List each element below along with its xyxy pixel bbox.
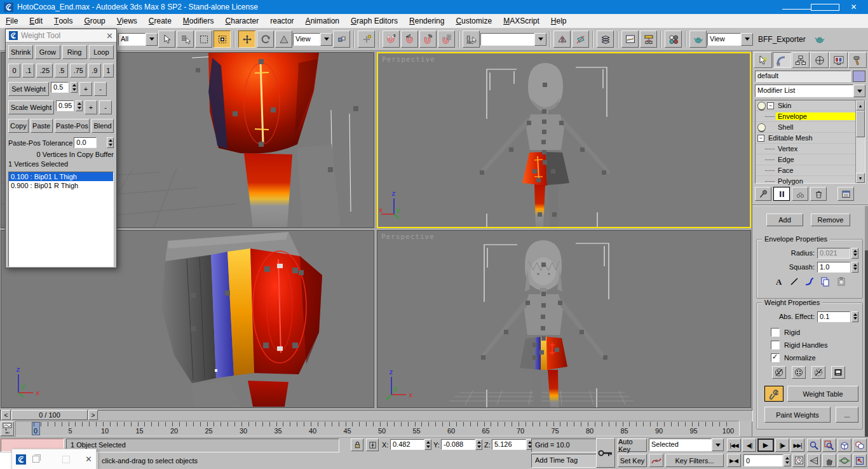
menu-item-rendering[interactable]: Rendering <box>403 14 450 28</box>
key-mode-dropdown[interactable]: Selected <box>649 438 724 451</box>
visibility-bulb-icon[interactable] <box>757 102 766 110</box>
z-coordinate-field[interactable]: 5.126 <box>492 439 526 450</box>
exclude-selected-verts-button[interactable] <box>772 366 786 379</box>
copy-button[interactable]: Copy <box>8 119 29 133</box>
scroll-up-icon[interactable]: ▲ <box>856 100 865 111</box>
modifier-stack-item-edge[interactable]: Edge <box>756 154 855 165</box>
radius-field[interactable]: 0.021 <box>817 248 850 259</box>
scroll-down-icon[interactable]: ▼ <box>856 173 865 183</box>
modifier-list-dropdown[interactable]: Modifier List <box>755 85 865 97</box>
use-pivot-center-button[interactable] <box>333 31 350 48</box>
rigid-handles-checkbox[interactable] <box>771 341 780 350</box>
next-frame-arrow[interactable]: > <box>88 410 98 420</box>
visibility-bulb-icon[interactable] <box>757 123 766 132</box>
selection-lock-button[interactable] <box>351 438 363 451</box>
move-button[interactable] <box>238 31 255 48</box>
configure-modifier-sets-button[interactable] <box>837 187 854 201</box>
menu-item-maxscript[interactable]: MAXScript <box>498 14 545 28</box>
quick-render-button[interactable] <box>811 31 829 48</box>
tab-display[interactable] <box>829 52 848 68</box>
angle-snap-button[interactable] <box>401 31 418 48</box>
weight-list-item[interactable]: 0.900 : Bip01 R Thigh <box>9 181 113 190</box>
tolerance-spinner[interactable] <box>107 137 114 148</box>
y-coordinate-field[interactable]: -0.088 <box>441 439 475 450</box>
time-configuration-button[interactable] <box>792 454 805 467</box>
paint-options-button[interactable]: ... <box>836 407 858 423</box>
scale-weight-field[interactable]: 0.95 <box>56 100 74 111</box>
add-weight-button[interactable]: + <box>79 82 92 96</box>
minimized-window[interactable]: ✕ <box>11 449 97 469</box>
viewport-bottom-right[interactable]: z y x Perspective <box>377 230 751 408</box>
menu-item-tools[interactable]: Tools <box>48 14 78 28</box>
menu-item-group[interactable]: Group <box>78 14 111 28</box>
squash-spinner[interactable] <box>851 262 858 273</box>
remove-button[interactable]: Remove <box>811 214 850 226</box>
25-button[interactable]: .25 <box>36 64 53 78</box>
add-button[interactable]: Add <box>766 214 803 226</box>
rotate-button[interactable] <box>257 31 274 48</box>
zoom-extents-button[interactable] <box>837 438 851 452</box>
menu-item-reactor[interactable]: reactor <box>264 14 299 28</box>
collapse-icon[interactable]: − <box>767 102 774 109</box>
tolerance-field[interactable]: 0.0 <box>74 137 97 148</box>
falloff-curve-icon[interactable] <box>804 276 815 287</box>
set-weight-field[interactable]: 0.5 <box>51 82 69 93</box>
close-button[interactable]: ✕ <box>839 0 868 14</box>
squash-field[interactable]: 1.0 <box>817 262 850 273</box>
field-of-view-button[interactable] <box>807 454 821 467</box>
timeline-ruler[interactable]: 0510152025303540455055606570758085909510… <box>15 421 740 437</box>
weight-list-item[interactable]: 0.100 : Bip01 L Thigh <box>9 172 113 181</box>
restore-icon[interactable] <box>32 456 39 463</box>
mini-curve-editor-button[interactable] <box>1 421 14 436</box>
key-filters-button[interactable]: Key Filters... <box>665 454 724 467</box>
crossing-selection-button[interactable] <box>214 31 231 48</box>
menu-item-edit[interactable]: Edit <box>24 14 48 28</box>
modifier-stack-item-envelope[interactable]: Envelope <box>756 111 855 122</box>
normalize-checkbox[interactable] <box>771 353 780 362</box>
tab-modify[interactable] <box>773 52 791 68</box>
tab-create[interactable] <box>754 52 772 68</box>
subtract-weight-button[interactable]: - <box>94 82 107 96</box>
y-coordinate-spinner[interactable] <box>475 439 482 450</box>
remove-modifier-button[interactable] <box>810 187 827 201</box>
percent-snap-button[interactable]: % <box>419 31 437 48</box>
1-button[interactable]: 1 <box>103 64 114 78</box>
go-to-start-button[interactable]: |◀◀ <box>727 438 741 452</box>
select-by-name-button[interactable] <box>177 31 194 48</box>
weight-tool-titlebar[interactable]: Weight Tool ✕ <box>6 29 116 43</box>
current-frame-field[interactable]: 0 <box>743 454 783 466</box>
tab-hierarchy[interactable] <box>792 52 810 68</box>
reference-coordinate-dropdown[interactable]: View <box>293 33 332 46</box>
arc-rotate-button[interactable] <box>837 454 851 467</box>
loop-button[interactable]: Loop <box>89 45 114 59</box>
dropdown-arrow-icon[interactable] <box>534 33 546 46</box>
stack-scrollbar[interactable]: ▲ ▼ <box>855 100 865 183</box>
modifier-stack-item-skin[interactable]: −Skin <box>756 100 855 111</box>
weight-tool-toggle-button[interactable] <box>764 386 783 402</box>
absolute-effect-icon[interactable]: A <box>775 276 784 287</box>
time-slider-track[interactable] <box>0 410 753 421</box>
object-name-field[interactable]: default <box>755 71 851 82</box>
maximize-button[interactable] <box>811 0 839 14</box>
modifier-stack-item-vertex[interactable]: Vertex <box>756 144 855 154</box>
paint-weights-button[interactable]: Paint Weights <box>764 407 831 423</box>
dropdown-arrow-icon[interactable] <box>712 438 724 451</box>
modifier-stack-item-shell[interactable]: Shell <box>756 122 855 133</box>
bake-selected-verts-button[interactable] <box>831 366 845 379</box>
auto-key-button[interactable]: Auto Key <box>618 438 647 452</box>
key-mode-toggle-button[interactable]: ▶◀ <box>727 454 741 467</box>
modifier-stack-item-editable-mesh[interactable]: −Editable Mesh <box>756 133 855 144</box>
modifier-stack-item-polygon[interactable]: Polygon <box>756 176 855 187</box>
menu-item-file[interactable]: File <box>0 14 24 28</box>
0-button[interactable]: 0 <box>8 64 20 78</box>
pastepos-button[interactable]: Paste-Pos <box>55 119 90 133</box>
mirror-button[interactable] <box>553 31 571 48</box>
show-end-result-button[interactable] <box>773 187 790 201</box>
layer-manager-button[interactable] <box>597 31 614 48</box>
scale-up-button[interactable]: + <box>85 100 97 114</box>
time-slider-button[interactable]: 0 / 100 <box>11 410 88 420</box>
9-button[interactable]: .9 <box>88 64 100 78</box>
menu-item-animation[interactable]: Animation <box>300 14 345 28</box>
abs-effect-spinner[interactable] <box>851 311 858 322</box>
render-preset-dropdown[interactable]: View <box>707 33 753 46</box>
